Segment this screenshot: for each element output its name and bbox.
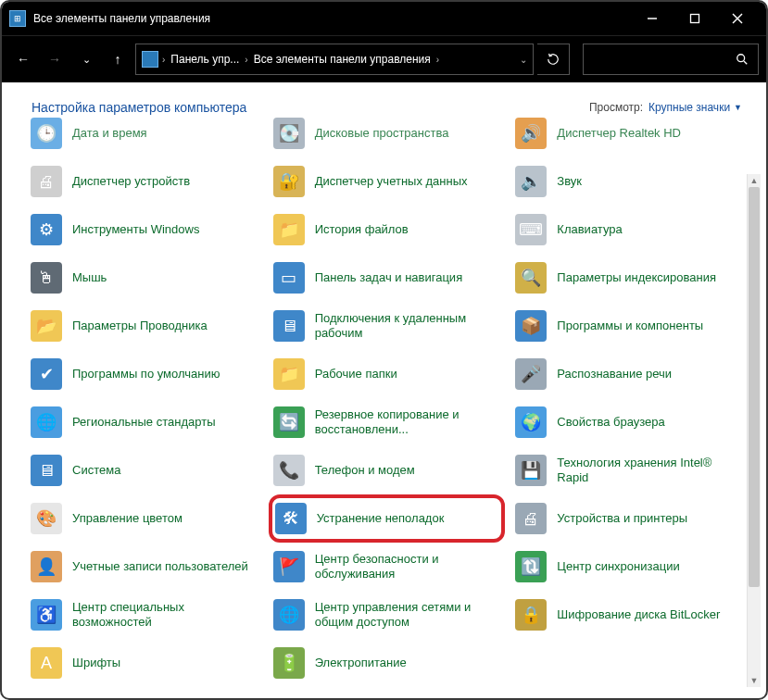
control-panel-item[interactable]: 🌐Центр управления сетями и общим доступо… xyxy=(269,591,506,639)
address-bar[interactable]: › Панель упр... › Все элементы панели уп… xyxy=(135,44,534,75)
control-panel-item[interactable]: 💽Дисковые пространства xyxy=(269,109,506,157)
control-panel-item[interactable]: 🔐Диспетчер учетных данных xyxy=(269,157,506,206)
close-button[interactable] xyxy=(716,2,759,35)
item-label: Инструменты Windows xyxy=(72,222,199,237)
item-label: Устройства и принтеры xyxy=(557,511,687,526)
item-label: Свойства браузера xyxy=(557,415,664,430)
item-icon: 🎨 xyxy=(30,502,63,535)
control-panel-item[interactable]: 🔒Шифрование диска BitLocker xyxy=(510,591,748,639)
item-label: Звук xyxy=(557,174,582,189)
control-panel-item[interactable]: ♿Центр специальных возможностей xyxy=(26,591,263,639)
control-panel-item[interactable]: ⌨Клавиатура xyxy=(510,206,748,254)
item-label: Устранение неполадок xyxy=(317,511,445,526)
control-panel-item[interactable]: 🔄Резервное копирование и восстановлени..… xyxy=(269,398,506,446)
control-panel-item[interactable]: 🌐Региональные стандарты xyxy=(26,398,263,446)
item-icon: 🛠 xyxy=(274,502,308,535)
item-label: История файлов xyxy=(315,222,409,237)
breadcrumb-current[interactable]: Все элементы панели управления xyxy=(252,53,433,66)
item-icon: 📁 xyxy=(272,357,306,391)
item-icon: 🔈 xyxy=(514,165,548,198)
scroll-down-arrow[interactable]: ▼ xyxy=(748,674,761,687)
control-panel-item[interactable]: 🔋Электропитание xyxy=(269,639,506,687)
control-panel-item[interactable]: 🔍Параметры индексирования xyxy=(510,254,748,302)
maximize-button[interactable] xyxy=(674,2,716,35)
item-label: Параметры индексирования xyxy=(557,270,716,285)
control-panel-item[interactable]: 🖥Подключения к удаленным рабочим xyxy=(269,302,506,350)
control-panel-item[interactable]: ✔Программы по умолчанию xyxy=(26,350,263,398)
scroll-up-arrow[interactable]: ▲ xyxy=(748,174,761,187)
item-icon: 🖥 xyxy=(30,454,63,487)
item-label: Программы по умолчанию xyxy=(72,367,220,381)
control-panel-item[interactable]: 📁Рабочие папки xyxy=(269,350,506,398)
titlebar: ⊞ Все элементы панели управления xyxy=(2,2,766,35)
item-icon: 🌐 xyxy=(30,406,63,439)
item-label: Мышь xyxy=(72,270,107,285)
item-label: Телефон и модем xyxy=(315,463,415,478)
control-panel-item[interactable]: 🔃Центр синхронизации xyxy=(510,543,748,591)
item-icon: 📞 xyxy=(272,454,306,487)
control-panel-item[interactable]: 🖨Диспетчер устройств xyxy=(26,157,263,206)
item-label: Параметры Проводника xyxy=(72,319,208,333)
item-label: Дата и время xyxy=(72,126,147,141)
search-box[interactable] xyxy=(583,44,759,75)
control-panel-item[interactable]: ▭Панель задач и навигация xyxy=(269,254,506,302)
item-icon: 🔋 xyxy=(272,646,306,680)
item-icon: 🖨 xyxy=(30,165,63,198)
control-panel-item[interactable]: 🔈Звук xyxy=(510,157,748,206)
control-panel-item[interactable]: 📁История файлов xyxy=(269,206,506,254)
content-area: Настройка параметров компьютера Просмотр… xyxy=(4,83,764,696)
navigation-bar: ← → ⌄ ↑ › Панель упр... › Все элементы п… xyxy=(2,35,766,82)
item-icon: 🔊 xyxy=(514,117,548,150)
control-panel-item[interactable]: ⚙Инструменты Windows xyxy=(26,206,263,254)
item-icon: 📁 xyxy=(272,213,306,246)
control-panel-item[interactable]: 🌍Свойства браузера xyxy=(510,398,748,446)
refresh-button[interactable] xyxy=(537,44,570,75)
item-icon: A xyxy=(30,646,63,680)
control-panel-item[interactable]: 🛠Устранение неполадок xyxy=(269,494,506,543)
forward-button[interactable]: → xyxy=(41,45,69,73)
item-label: Рабочие папки xyxy=(315,367,397,381)
item-label: Шифрование диска BitLocker xyxy=(557,607,720,622)
item-label: Система xyxy=(72,463,120,478)
item-label: Распознавание речи xyxy=(557,367,672,381)
item-icon: 🌍 xyxy=(514,406,548,439)
chevron-down-icon[interactable]: ⌄ xyxy=(520,55,527,65)
item-label: Электропитание xyxy=(315,656,407,670)
scroll-thumb[interactable] xyxy=(749,187,760,587)
control-panel-item[interactable]: 🖨Устройства и принтеры xyxy=(510,494,748,543)
control-panel-item[interactable]: 🕒Дата и время xyxy=(26,109,263,157)
control-panel-item[interactable]: AШрифты xyxy=(26,639,263,687)
item-icon: 🖥 xyxy=(272,309,306,343)
back-button[interactable]: ← xyxy=(9,45,37,73)
item-label: Центр синхронизации xyxy=(557,559,679,574)
control-panel-item[interactable]: 🚩Центр безопасности и обслуживания xyxy=(269,543,506,591)
item-icon: 🎤 xyxy=(514,357,548,391)
control-panel-icon xyxy=(142,51,158,68)
item-label: Управление цветом xyxy=(72,511,183,526)
control-panel-item[interactable]: 🖥Система xyxy=(26,446,263,494)
breadcrumb-root[interactable]: Панель упр... xyxy=(169,53,241,66)
item-icon: ▭ xyxy=(272,261,306,294)
up-button[interactable]: ↑ xyxy=(104,45,132,73)
minimize-button[interactable] xyxy=(631,2,674,35)
item-label: Резервное копирование и восстановлени... xyxy=(315,407,502,438)
control-panel-item[interactable]: 👤Учетные записи пользователей xyxy=(26,543,263,591)
item-label: Диспетчер Realtek HD xyxy=(557,126,681,141)
control-panel-item[interactable]: 📂Параметры Проводника xyxy=(26,302,263,350)
control-panel-item[interactable]: 📞Телефон и модем xyxy=(269,446,506,494)
item-icon: 🔄 xyxy=(272,406,306,439)
item-label: Центр специальных возможностей xyxy=(72,600,259,631)
history-dropdown[interactable]: ⌄ xyxy=(72,45,100,73)
control-panel-item[interactable]: 💾Технология хранения Intel® Rapid xyxy=(510,446,748,494)
item-icon: 📂 xyxy=(30,309,63,343)
control-panel-item[interactable]: 🖱Мышь xyxy=(26,254,263,302)
item-label: Клавиатура xyxy=(557,222,622,237)
scrollbar-vertical[interactable]: ▲ ▼ xyxy=(747,174,761,687)
chevron-right-icon: › xyxy=(245,55,247,65)
control-panel-item[interactable]: 🎨Управление цветом xyxy=(26,494,263,543)
item-icon: 🖨 xyxy=(514,502,548,535)
item-label: Подключения к удаленным рабочим xyxy=(315,311,502,342)
control-panel-item[interactable]: 📦Программы и компоненты xyxy=(510,302,748,350)
control-panel-item[interactable]: 🔊Диспетчер Realtek HD xyxy=(510,109,748,157)
control-panel-item[interactable]: 🎤Распознавание речи xyxy=(510,350,748,398)
